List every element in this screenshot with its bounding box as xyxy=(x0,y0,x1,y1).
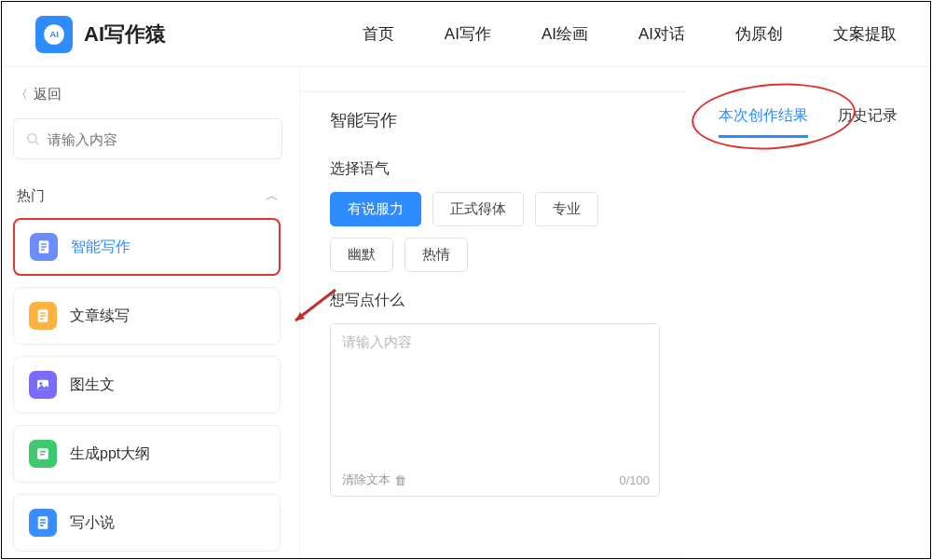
svg-text:AI: AI xyxy=(49,29,59,39)
svg-point-13 xyxy=(39,382,42,385)
sidebar-item-image-to-text[interactable]: 图生文 xyxy=(13,356,281,414)
prompt-input[interactable] xyxy=(331,324,659,466)
search-input[interactable] xyxy=(48,131,270,147)
nav-write[interactable]: AI写作 xyxy=(445,23,491,45)
tone-chip-persuasive[interactable]: 有说服力 xyxy=(330,192,421,226)
tone-chip-row: 有说服力 正式得体 专业 幽默 热情 xyxy=(330,192,660,272)
sidebar-item-label: 图生文 xyxy=(70,376,115,395)
top-nav: 首页 AI写作 AI绘画 AI对话 伪原创 文案提取 xyxy=(363,23,897,45)
tab-history[interactable]: 历史记录 xyxy=(838,106,898,138)
svg-rect-10 xyxy=(40,315,46,317)
chevron-up-icon: ︿ xyxy=(266,188,279,205)
tone-chip-warm[interactable]: 热情 xyxy=(404,238,468,272)
image-icon xyxy=(29,371,57,399)
back-label: 返回 xyxy=(34,86,62,103)
tone-label: 选择语气 xyxy=(330,159,660,179)
sidebar-item-label: 写小说 xyxy=(70,513,115,533)
svg-point-2 xyxy=(28,134,36,143)
main-area: 智能写作 选择语气 有说服力 正式得体 专业 幽默 热情 想写点什么 清除文本 … xyxy=(300,67,930,558)
doc-icon xyxy=(29,509,57,537)
sidebar-item-continue-write[interactable]: 文章续写 xyxy=(13,287,281,345)
svg-rect-18 xyxy=(40,519,46,521)
sidebar-item-smart-write[interactable]: 智能写作 xyxy=(13,218,281,276)
char-counter: 0/100 xyxy=(619,473,650,487)
svg-rect-5 xyxy=(41,243,47,245)
brand-block: AI AI写作猿 xyxy=(35,16,166,53)
brand-logo-icon: AI xyxy=(35,16,73,53)
sidebar-item-novel[interactable]: 写小说 xyxy=(13,494,281,552)
back-button[interactable]: 〈 返回 xyxy=(13,86,282,103)
hot-header[interactable]: 热门 ︿ xyxy=(13,182,282,218)
brand-name: AI写作猿 xyxy=(84,20,166,48)
tone-chip-formal[interactable]: 正式得体 xyxy=(432,192,524,226)
sidebar: 〈 返回 热门 ︿ 智能写作 xyxy=(2,67,300,558)
sidebar-list: 智能写作 文章续写 图生文 xyxy=(13,218,282,552)
svg-rect-7 xyxy=(41,249,45,251)
svg-rect-9 xyxy=(40,312,46,314)
doc-icon xyxy=(30,233,58,261)
tone-chip-humor[interactable]: 幽默 xyxy=(330,238,393,272)
svg-rect-11 xyxy=(40,318,44,320)
tab-current-result[interactable]: 本次创作结果 xyxy=(719,106,808,138)
slide-icon xyxy=(29,440,57,468)
clear-label: 清除文本 xyxy=(342,471,391,488)
svg-rect-6 xyxy=(41,246,47,248)
result-panel: 本次创作结果 历史记录 xyxy=(686,91,930,558)
clear-text-button[interactable]: 清除文本 🗑 xyxy=(342,471,406,488)
svg-rect-16 xyxy=(40,454,45,456)
sidebar-item-label: 生成ppt大纲 xyxy=(70,444,150,464)
sidebar-item-ppt-outline[interactable]: 生成ppt大纲 xyxy=(13,425,281,483)
svg-line-3 xyxy=(35,142,38,144)
svg-rect-20 xyxy=(40,525,44,526)
result-tabs: 本次创作结果 历史记录 xyxy=(695,106,921,138)
svg-rect-19 xyxy=(40,522,46,524)
search-icon xyxy=(25,131,40,146)
nav-extract[interactable]: 文案提取 xyxy=(833,23,897,45)
app-header: AI AI写作猿 首页 AI写作 AI绘画 AI对话 伪原创 文案提取 xyxy=(2,2,930,67)
sidebar-item-label: 智能写作 xyxy=(71,238,130,257)
sidebar-search[interactable] xyxy=(13,118,282,159)
nav-chat[interactable]: AI对话 xyxy=(638,23,685,45)
trash-icon: 🗑 xyxy=(394,473,406,487)
sidebar-item-label: 文章续写 xyxy=(70,307,130,326)
doc-icon xyxy=(29,302,57,330)
svg-rect-15 xyxy=(40,451,46,453)
hot-label: 热门 xyxy=(17,187,45,205)
editor-panel: 智能写作 选择语气 有说服力 正式得体 专业 幽默 热情 想写点什么 清除文本 … xyxy=(300,91,686,558)
prompt-box: 清除文本 🗑 0/100 xyxy=(330,323,660,497)
nav-draw[interactable]: AI绘画 xyxy=(541,23,588,45)
chevron-left-icon: 〈 xyxy=(15,87,28,103)
prompt-label: 想写点什么 xyxy=(330,291,660,310)
nav-home[interactable]: 首页 xyxy=(363,23,394,45)
tone-chip-pro[interactable]: 专业 xyxy=(535,192,598,226)
editor-title: 智能写作 xyxy=(330,109,660,131)
nav-rewrite[interactable]: 伪原创 xyxy=(735,23,783,45)
